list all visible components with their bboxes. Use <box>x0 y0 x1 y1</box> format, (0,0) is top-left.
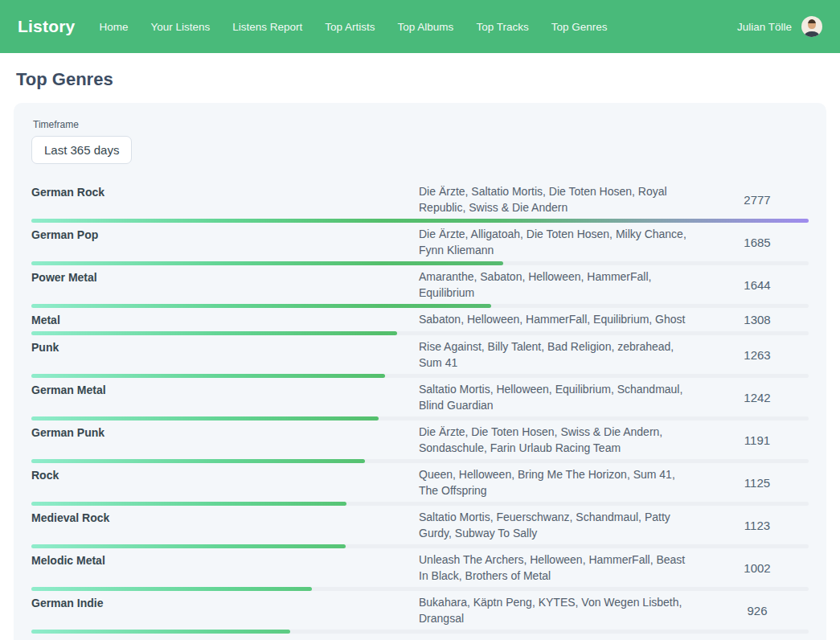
user-name: Julian Tölle <box>737 21 792 33</box>
genre-artists: Sabaton, Helloween, HammerFall, Equilibr… <box>419 311 696 328</box>
genre-row: German MetalSaltatio Mortis, Helloween, … <box>31 378 809 421</box>
genre-artists: Saltatio Mortis, Feuerschwanz, Schandmau… <box>419 509 696 541</box>
genre-artists: Die Ärzte, Saltatio Mortis, Die Toten Ho… <box>419 183 696 215</box>
nav-item-your-listens[interactable]: Your Listens <box>150 21 210 33</box>
genre-name: German Pop <box>31 226 409 258</box>
genre-name: German Indie <box>31 594 409 626</box>
top-genres-card: Timeframe Last 365 days German RockDie Ä… <box>14 103 826 640</box>
genre-name: Metal <box>31 311 409 328</box>
genre-count: 2777 <box>706 193 809 207</box>
genre-row: German PunkDie Ärzte, Die Toten Hosen, S… <box>31 421 809 463</box>
genre-row: German RockDie Ärzte, Saltatio Mortis, D… <box>31 180 809 223</box>
app-header: Listory Home Your Listens Listens Report… <box>0 0 840 53</box>
genre-count: 1644 <box>706 278 809 292</box>
genre-bar-track <box>31 630 809 634</box>
genre-count: 1191 <box>706 433 809 447</box>
genre-artists: Rise Against, Billy Talent, Bad Religion… <box>419 338 696 371</box>
genre-artists: Die Ärzte, Alligatoah, Die Toten Hosen, … <box>419 226 696 258</box>
user-menu[interactable]: Julian Tölle <box>737 16 822 37</box>
genre-name: Power Metal <box>31 269 409 301</box>
genre-name: Rock <box>31 466 409 498</box>
genre-name: German Rock <box>31 183 409 215</box>
genre-row: Power MetalAmaranthe, Sabaton, Helloween… <box>31 265 809 308</box>
genre-name: German Metal <box>31 381 409 413</box>
page-title: Top Genres <box>16 69 824 90</box>
genre-count: 1125 <box>706 476 809 490</box>
genre-count: 1242 <box>706 391 809 404</box>
timeframe-label: Timeframe <box>33 119 809 130</box>
genre-artists: Die Ärzte, Die Toten Hosen, Swiss & Die … <box>419 424 696 456</box>
timeframe-value: Last 365 days <box>44 143 119 157</box>
genre-bar-fill <box>31 630 290 634</box>
nav-item-top-albums[interactable]: Top Albums <box>398 21 454 33</box>
timeframe-select[interactable]: Last 365 days <box>31 136 132 164</box>
nav-item-listens-report[interactable]: Listens Report <box>232 21 302 33</box>
genre-row: German PopDie Ärzte, Alligatoah, Die Tot… <box>31 223 809 265</box>
genre-row: MetalSabaton, Helloween, HammerFall, Equ… <box>31 308 809 335</box>
genre-name: German Punk <box>31 424 409 456</box>
genre-count: 1123 <box>706 519 809 532</box>
genre-artists: Amaranthe, Sabaton, Helloween, HammerFal… <box>419 269 696 301</box>
genre-artists: Unleash The Archers, Helloween, HammerFa… <box>419 552 696 584</box>
brand-logo[interactable]: Listory <box>18 17 75 36</box>
genre-row: German IndieBukahara, Käptn Peng, KYTES,… <box>31 591 809 634</box>
genre-table: German RockDie Ärzte, Saltatio Mortis, D… <box>31 180 809 634</box>
genre-name: Medieval Rock <box>31 509 409 541</box>
genre-count: 1002 <box>706 561 809 575</box>
genre-row: RockQueen, Helloween, Bring Me The Horiz… <box>31 463 809 506</box>
main-nav: Home Your Listens Listens Report Top Art… <box>99 21 607 33</box>
genre-count: 1263 <box>706 348 809 362</box>
nav-item-home[interactable]: Home <box>99 21 128 33</box>
genre-row: PunkRise Against, Billy Talent, Bad Reli… <box>31 335 809 378</box>
nav-item-top-artists[interactable]: Top Artists <box>325 21 375 33</box>
genre-row: Melodic MetalUnleash The Archers, Hellow… <box>31 548 809 591</box>
genre-count: 1685 <box>706 236 809 249</box>
genre-name: Melodic Metal <box>31 552 409 584</box>
nav-item-top-genres[interactable]: Top Genres <box>551 21 608 33</box>
genre-artists: Queen, Helloween, Bring Me The Horizon, … <box>419 466 696 498</box>
genre-artists: Saltatio Mortis, Helloween, Equilibrium,… <box>419 381 696 413</box>
genre-row: Medieval RockSaltatio Mortis, Feuerschwa… <box>31 506 809 548</box>
genre-name: Punk <box>31 338 409 371</box>
nav-item-top-tracks[interactable]: Top Tracks <box>476 21 528 33</box>
user-avatar[interactable] <box>801 16 822 37</box>
genre-artists: Bukahara, Käptn Peng, KYTES, Von Wegen L… <box>419 594 696 626</box>
genre-count: 926 <box>706 604 809 617</box>
genre-count: 1308 <box>706 313 809 326</box>
